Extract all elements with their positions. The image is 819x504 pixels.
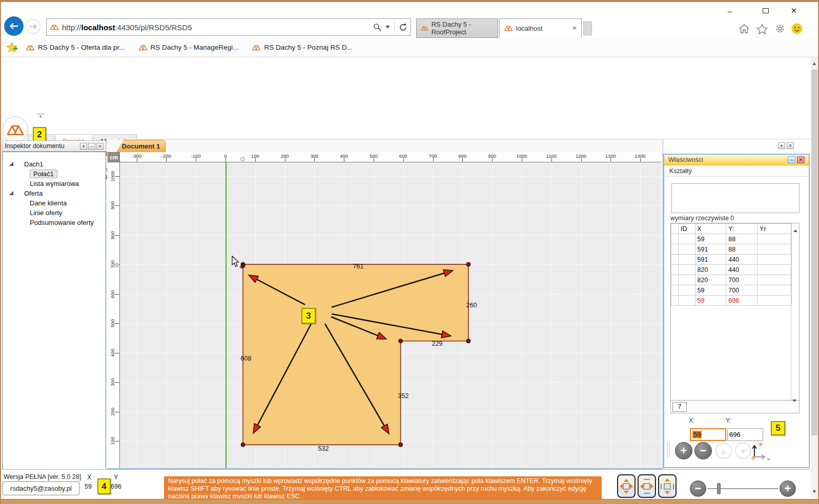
coordinate-cell <box>757 265 792 275</box>
favorite-item-1[interactable]: RS Dachy 5 - Oferta dla pr... <box>26 44 125 51</box>
vertex-point[interactable] <box>466 339 470 343</box>
table-scrollbar[interactable] <box>791 223 799 400</box>
drawing-canvas[interactable]: 76142602296083525323 <box>120 162 661 468</box>
coordinate-row[interactable]: 591440 <box>671 255 792 265</box>
vertex-point[interactable] <box>241 443 245 447</box>
panel-minimize-icon[interactable]: – <box>88 143 95 150</box>
page-scrollbar[interactable]: ▲ ▼ <box>811 57 818 497</box>
shapes-section-header[interactable]: Kształty <box>664 165 809 177</box>
add-point-button[interactable]: + <box>675 442 692 459</box>
ribbon-collapse-icon[interactable]: ▾ <box>37 114 44 120</box>
tab-close-icon[interactable]: ✕ <box>572 25 577 32</box>
favorites-star-icon[interactable] <box>755 22 769 36</box>
coordinate-row[interactable]: 820440 <box>671 265 792 275</box>
fit-page-button[interactable] <box>617 474 636 498</box>
refresh-icon[interactable] <box>399 23 407 32</box>
table-header <box>671 224 679 234</box>
coordinate-cell <box>757 234 792 244</box>
document-collapse-icon[interactable]: ▾ <box>778 142 785 149</box>
vertex-point[interactable] <box>399 339 403 343</box>
roof-polygon[interactable] <box>243 264 468 445</box>
tree-item-oferta[interactable]: Oferta <box>9 188 43 198</box>
window-minimize-button[interactable]: – <box>721 4 739 17</box>
favorite-item-2[interactable]: RS Dachy 5 - ManageRegi... <box>138 44 239 51</box>
fit-height-button[interactable] <box>658 474 677 498</box>
panel-close-icon[interactable]: ✕ <box>797 156 805 163</box>
feedback-smiley-icon[interactable] <box>790 22 804 36</box>
tree-item-lista-wymiarowa[interactable]: Lista wymiarowa <box>30 179 79 188</box>
y-coordinate-input[interactable]: 696 <box>727 428 763 441</box>
document-close-icon[interactable]: ✕ <box>787 142 794 149</box>
scrollbar-up-icon[interactable]: ▲ <box>811 60 818 66</box>
fit-width-button[interactable] <box>638 474 656 498</box>
vertex-point[interactable] <box>466 262 470 266</box>
new-tab-button[interactable] <box>583 22 592 35</box>
v-ruler-tick-label: 800 <box>110 226 116 244</box>
panel-dropdown-icon[interactable]: ▾ <box>80 143 87 150</box>
search-dropdown-icon[interactable] <box>385 26 390 29</box>
tree-item-linie-oferty[interactable]: Linie oferty <box>30 208 63 217</box>
coordinate-cell <box>757 296 792 306</box>
panel-minimize-icon[interactable]: – <box>788 156 795 163</box>
vertex-point[interactable] <box>399 443 403 447</box>
address-bar[interactable]: http://localhost:44305/pl/RSD5/RSD5 <box>46 18 411 36</box>
search-icon[interactable] <box>373 23 381 31</box>
v-ruler-tick-label: 1000 <box>110 167 116 185</box>
panel-close-icon[interactable]: ✕ <box>96 143 104 150</box>
tree-item-label: Linie oferty <box>30 209 63 217</box>
x-coordinate-input[interactable]: 59 <box>690 428 726 441</box>
browser-tab-localhost[interactable]: localhost ✕ <box>499 18 582 38</box>
settings-gear-icon[interactable] <box>773 22 787 36</box>
forward-button[interactable] <box>26 19 40 34</box>
coordinate-cell: 59 <box>695 285 726 296</box>
window-close-button[interactable]: ✕ <box>785 4 803 17</box>
remove-point-button[interactable]: − <box>694 442 712 459</box>
back-button[interactable] <box>4 16 24 36</box>
scroll-down-icon[interactable] <box>792 400 796 413</box>
tree-item-dach1[interactable]: Dach1 <box>9 159 44 169</box>
tree-item-połać1[interactable]: Połać1 <box>30 169 57 178</box>
h-ruler-tick-label: 1100 <box>541 153 562 159</box>
v-ruler-tick-label: 400 <box>110 344 116 362</box>
home-icon[interactable] <box>737 22 751 36</box>
window-maximize-button[interactable] <box>757 4 774 17</box>
roof-shape-drawing: 7614260229608352532 <box>120 162 661 468</box>
coordinates-table[interactable]: IDXY:Yr598859188591440820440820700597005… <box>670 223 800 413</box>
move-up-button[interactable]: ▲ <box>715 443 732 459</box>
coordinate-row[interactable]: 59700 <box>671 285 792 296</box>
account-field[interactable]: rsdachy5@zasoby.pl <box>3 481 79 495</box>
coordinate-row[interactable]: 5988 <box>671 234 792 244</box>
scrollbar-thumb[interactable] <box>811 70 817 435</box>
document-tab[interactable]: Document 1 <box>116 140 166 152</box>
favorite-item-3[interactable]: RS Dachy 5 - Poznaj RS D... <box>252 44 353 51</box>
browser-tab-roofproject[interactable]: RS Dachy 5 - RoofProject <box>416 18 498 38</box>
coordinate-row[interactable]: 59696 <box>671 296 792 306</box>
h-ruler-tick-label: -100 <box>186 153 206 159</box>
coordinate-cell <box>671 265 679 275</box>
tree-item-podsumowanie-oferty[interactable]: Podsumowanie oferty <box>30 218 94 227</box>
tree-item-label: Oferta <box>24 190 43 197</box>
v-ruler-tick-label: 900 <box>110 196 116 215</box>
mouse-cursor-icon <box>232 256 239 267</box>
tree-item-dane-klienta[interactable]: Dane klienta <box>30 198 67 207</box>
annotation-badge-3: 3 <box>301 308 316 324</box>
add-favorite-star-icon[interactable] <box>6 42 18 53</box>
expand-triangle-icon[interactable] <box>9 162 13 166</box>
zoom-out-button[interactable]: − <box>690 480 706 497</box>
zoom-in-button[interactable]: + <box>780 480 796 497</box>
move-down-button[interactable]: ▼ <box>735 443 751 459</box>
status-y-value: 696 <box>111 483 121 490</box>
axes-origin-icon[interactable] <box>750 440 771 463</box>
app-logo-roof-icon[interactable] <box>2 116 29 143</box>
coordinate-cell <box>671 296 679 306</box>
coordinate-row[interactable]: 820700 <box>671 275 792 285</box>
scrollbar-down-icon[interactable]: ▼ <box>811 489 818 494</box>
expand-triangle-icon[interactable] <box>9 191 13 195</box>
h-ruler-tick-label: 1200 <box>571 153 591 159</box>
coordinate-cell <box>679 285 695 296</box>
scroll-up-icon[interactable] <box>793 227 797 232</box>
edge-dimension-label: 4 <box>240 263 243 270</box>
point-count-field[interactable]: 7 <box>672 402 687 412</box>
zoom-slider-handle[interactable] <box>717 483 721 494</box>
coordinate-row[interactable]: 59188 <box>671 244 792 255</box>
